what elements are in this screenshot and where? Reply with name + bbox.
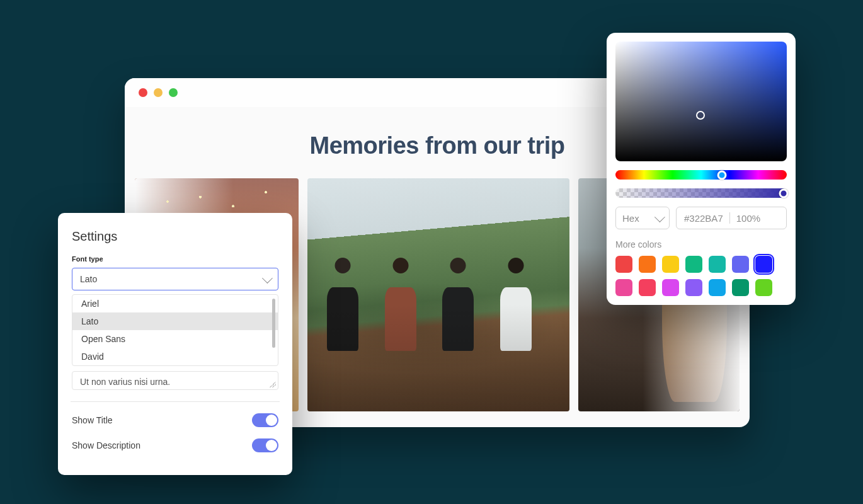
color-swatch[interactable] (615, 279, 632, 296)
font-select[interactable]: Lato (72, 268, 278, 290)
color-saturation-area[interactable] (615, 42, 787, 161)
font-option[interactable]: Ariel (72, 295, 278, 312)
chevron-down-icon (262, 273, 273, 284)
show-title-toggle[interactable] (252, 413, 278, 427)
font-dropdown: Ariel Lato Open Sans David (72, 294, 278, 366)
color-swatch[interactable] (732, 279, 749, 296)
color-swatch[interactable] (755, 279, 772, 296)
settings-heading: Settings (72, 229, 278, 244)
color-swatch[interactable] (639, 256, 656, 273)
color-swatch[interactable] (662, 279, 679, 296)
font-option[interactable]: David (72, 348, 278, 365)
divider (729, 212, 730, 224)
settings-panel: Settings Font type Lato Ariel Lato Open … (58, 213, 292, 475)
font-option[interactable]: Lato (72, 312, 278, 330)
color-swatch[interactable] (732, 256, 749, 273)
color-picker-panel: Hex #322BA7 100% More colors (607, 33, 796, 305)
color-swatch[interactable] (709, 256, 726, 273)
more-colors-label: More colors (615, 239, 787, 249)
color-sv-handle[interactable] (696, 111, 705, 120)
color-swatch[interactable] (709, 279, 726, 296)
color-swatch[interactable] (639, 279, 656, 296)
color-mode-select[interactable]: Hex (615, 207, 670, 229)
divider (71, 401, 280, 402)
show-description-toggle[interactable] (252, 438, 278, 452)
color-swatch[interactable] (615, 256, 632, 273)
window-zoom-icon[interactable] (169, 88, 178, 97)
color-swatch[interactable] (662, 256, 679, 273)
chevron-down-icon (654, 212, 665, 222)
color-swatch[interactable] (685, 256, 702, 273)
show-title-label: Show Title (72, 415, 113, 425)
hue-slider[interactable] (615, 170, 787, 180)
hue-handle[interactable] (717, 170, 726, 180)
hex-value: #322BA7 (684, 213, 723, 224)
show-description-label: Show Description (72, 440, 140, 450)
font-option[interactable]: Open Sans (72, 330, 278, 348)
color-mode-label: Hex (622, 213, 639, 224)
alpha-handle[interactable] (779, 188, 788, 198)
alpha-slider[interactable] (615, 188, 787, 198)
font-type-label: Font type (72, 255, 278, 263)
description-textarea[interactable]: Ut non varius nisi urna. (72, 371, 278, 390)
color-value-input[interactable]: #322BA7 100% (676, 207, 787, 229)
color-swatch[interactable] (755, 256, 772, 273)
window-minimize-icon[interactable] (154, 88, 163, 97)
gallery-image (307, 178, 569, 411)
opacity-value: 100% (736, 213, 760, 224)
font-select-value: Lato (80, 274, 97, 284)
color-swatch[interactable] (685, 279, 702, 296)
window-close-icon[interactable] (139, 88, 147, 97)
swatch-grid (615, 256, 787, 296)
